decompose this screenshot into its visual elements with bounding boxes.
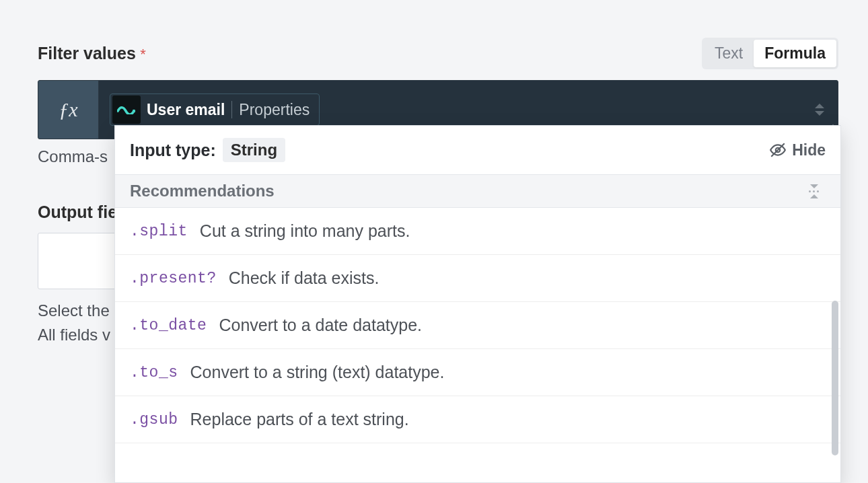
list-item[interactable]: .to_s Convert to a string (text) datatyp… <box>115 349 840 396</box>
method-name: .to_date <box>130 317 207 334</box>
hide-panel-button[interactable]: Hide <box>769 141 826 159</box>
method-desc: Check if data exists. <box>229 268 379 288</box>
pill-field-name: User email <box>143 101 231 119</box>
mode-toggle-formula[interactable]: Formula <box>754 40 836 67</box>
formula-helper-panel: Input type: String Hide Recommendations <box>114 125 841 483</box>
reorder-icon[interactable] <box>815 104 824 116</box>
mode-toggle: Text Formula <box>702 38 838 69</box>
formula-helper-header: Input type: String Hide <box>115 126 840 174</box>
list-item[interactable]: .gsub Replace parts of a text string. <box>115 396 840 443</box>
method-name: .present? <box>130 270 217 287</box>
hide-label: Hide <box>792 141 826 159</box>
mode-toggle-text[interactable]: Text <box>704 40 754 67</box>
fx-icon: ƒx <box>38 81 99 139</box>
svg-point-0 <box>133 110 135 112</box>
recommendations-list: .split Cut a string into many parts. .pr… <box>115 208 840 482</box>
squiggle-icon <box>112 96 141 124</box>
list-item[interactable]: .to_date Convert to a date datatype. <box>115 302 840 349</box>
filter-values-label: Filter values * <box>38 44 146 63</box>
input-type-label: Input type: <box>130 141 216 160</box>
method-desc: Replace parts of a text string. <box>190 410 409 429</box>
list-item[interactable]: .present? Check if data exists. <box>115 255 840 302</box>
filter-values-title: Filter values <box>38 44 136 63</box>
collapse-icon[interactable] <box>809 184 826 198</box>
pill-source-label: Properties <box>232 101 319 119</box>
method-desc: Cut a string into many parts. <box>200 221 410 241</box>
required-indicator: * <box>140 46 146 63</box>
list-item[interactable]: .split Cut a string into many parts. <box>115 208 840 255</box>
scrollbar[interactable] <box>832 301 838 455</box>
recommendations-header: Recommendations <box>115 174 840 208</box>
eye-off-icon <box>769 141 787 159</box>
input-type-badge: String <box>223 138 285 162</box>
method-desc: Convert to a date datatype. <box>219 315 422 335</box>
method-name: .split <box>130 223 188 240</box>
method-name: .to_s <box>130 364 178 381</box>
method-desc: Convert to a string (text) datatype. <box>190 363 445 382</box>
data-pill-user-email[interactable]: User email Properties <box>110 94 320 126</box>
method-name: .gsub <box>130 411 178 429</box>
recommendations-title: Recommendations <box>130 182 275 200</box>
filter-values-header: Filter values * Text Formula <box>38 38 838 69</box>
